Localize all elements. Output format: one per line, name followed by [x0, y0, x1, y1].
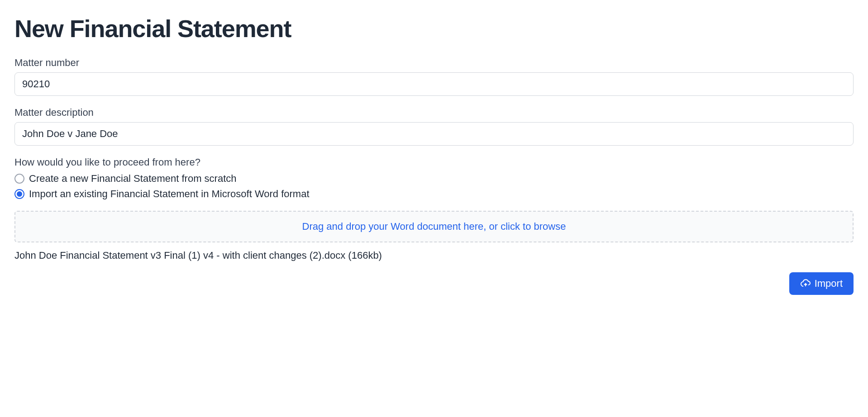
- button-row: Import: [14, 272, 854, 295]
- dropzone-text: Drag and drop your Word document here, o…: [302, 221, 566, 232]
- radio-create-label: Create a new Financial Statement from sc…: [29, 173, 237, 185]
- matter-number-label: Matter number: [14, 57, 854, 69]
- matter-description-input[interactable]: [14, 122, 854, 146]
- radio-import-label: Import an existing Financial Statement i…: [29, 188, 310, 200]
- page-title: New Financial Statement: [14, 14, 854, 43]
- radio-option-import[interactable]: Import an existing Financial Statement i…: [14, 188, 854, 200]
- import-button-label: Import: [815, 278, 843, 289]
- proceed-label: How would you like to proceed from here?: [14, 156, 854, 168]
- import-button[interactable]: Import: [789, 272, 854, 295]
- radio-create-input[interactable]: [14, 174, 24, 184]
- matter-number-input[interactable]: [14, 72, 854, 96]
- matter-description-group: Matter description: [14, 107, 854, 146]
- cloud-upload-icon: [800, 278, 811, 289]
- proceed-radio-group: How would you like to proceed from here?…: [14, 156, 854, 200]
- radio-option-create[interactable]: Create a new Financial Statement from sc…: [14, 173, 854, 185]
- matter-number-group: Matter number: [14, 57, 854, 96]
- uploaded-file-info: John Doe Financial Statement v3 Final (1…: [14, 250, 854, 261]
- radio-import-input[interactable]: [14, 189, 24, 199]
- matter-description-label: Matter description: [14, 107, 854, 118]
- file-dropzone[interactable]: Drag and drop your Word document here, o…: [14, 211, 854, 242]
